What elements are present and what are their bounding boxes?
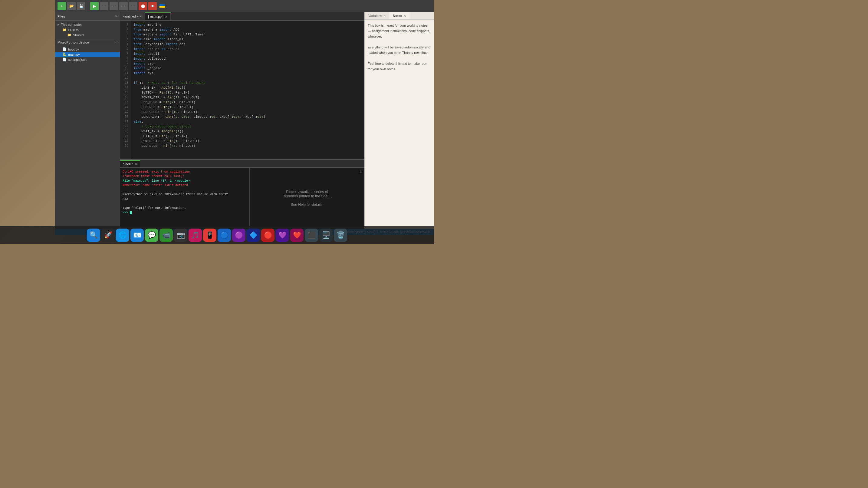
notes-tab-label: Notes (393, 14, 402, 18)
untitled-tab[interactable]: <untitled> ✕ (120, 12, 145, 20)
shell-plotter: ✕ Plotter visualizes series of numbers p… (249, 168, 364, 229)
stop-alt-button[interactable]: ⏹ (148, 2, 157, 10)
shell-line-2: Traceback (most recent call last): (123, 175, 184, 178)
dock-photos[interactable]: 📷 (174, 228, 187, 242)
settings-json-item[interactable]: 📄 settings.json (55, 57, 120, 62)
plotter-text-3: See Help for details. (290, 203, 323, 207)
dock-app9[interactable]: 🖥️ (319, 228, 333, 242)
shared-label: Shared (73, 33, 84, 37)
dock-app2[interactable]: 🔵 (218, 228, 231, 242)
shared-icon: 📁 (67, 33, 71, 37)
shell-line-6: P32 (123, 197, 128, 201)
dock-trash[interactable]: 🗑️ (334, 228, 347, 242)
dock-app1[interactable]: 📱 (203, 228, 216, 242)
dock-finder[interactable]: 🔍 (87, 228, 100, 242)
shell-line-1: Ctrl+C pressed, exit from application (123, 170, 190, 174)
notes-tab-close[interactable]: ✕ (403, 14, 406, 18)
plotter-text-2: numbers printed to the Shell. (284, 194, 330, 198)
this-computer-section: ▶ This computer 📁 / Users 📁 Shared (55, 21, 120, 39)
shell-prompt: >>> (123, 211, 130, 214)
dock-safari[interactable]: 🌐 (116, 228, 129, 242)
main-py-tab-close[interactable]: ✕ (165, 15, 167, 19)
dock-launchpad[interactable]: 🚀 (101, 228, 115, 242)
shell-tab-close[interactable]: ✕ (135, 162, 137, 165)
notes-content[interactable]: This box is meant for your working notes… (365, 20, 434, 229)
dock-facetime[interactable]: 📹 (159, 228, 173, 242)
main-py-tab-label: [ main.py ] (148, 15, 163, 19)
variables-tab-label: Variables (368, 14, 382, 18)
untitled-tab-close[interactable]: ✕ (139, 15, 142, 18)
plotter-close-button[interactable]: ✕ (360, 170, 363, 174)
shell-terminal[interactable]: Ctrl+C pressed, exit from application Tr… (120, 168, 249, 229)
dock-app4[interactable]: 🔷 (247, 228, 260, 242)
center-area: <untitled> ✕ [ main.py ] ✕ 1234567891011… (120, 12, 364, 229)
shell-content: Ctrl+C pressed, exit from application Tr… (120, 168, 364, 229)
shell-line-4: NameError: name 'exit' isn't defined (123, 184, 188, 187)
files-panel-header: Files ✕ (55, 12, 120, 21)
device-section-menu[interactable]: ☰ (115, 40, 117, 44)
dock-app7[interactable]: ❤️ (290, 228, 304, 242)
app-window: + 📂 💾 ▶ ☰ ☰ ☰ ☰ ⬤ ⏹ 🇺🇦 Files ✕ ▶ This co… (55, 0, 434, 235)
main-py-tab[interactable]: [ main.py ] ✕ (145, 12, 171, 20)
shared-item[interactable]: 📁 Shared (55, 32, 120, 37)
plotter-text-1: Plotter visualizes series of (286, 190, 328, 194)
files-panel-close[interactable]: ✕ (115, 14, 117, 18)
boot-py-item[interactable]: 📄 boot.py (55, 47, 120, 52)
step-over-button[interactable]: ☰ (110, 2, 118, 10)
boot-py-icon: 📄 (62, 47, 67, 51)
this-computer-arrow: ▶ (58, 23, 60, 26)
code-content[interactable]: import machine from machine import ADC f… (131, 21, 364, 159)
users-item[interactable]: 📁 / Users (55, 27, 120, 32)
users-icon: 📁 (62, 28, 67, 32)
shell-modified-indicator: * (132, 162, 133, 165)
shell-line-7: Type "help()" for more information. (123, 207, 186, 210)
notes-paragraph-1: This box is meant for your working notes… (368, 23, 431, 39)
main-py-label: main.py (68, 53, 80, 56)
main-content: Files ✕ ▶ This computer 📁 / Users 📁 Shar… (55, 12, 434, 229)
step-out-button[interactable]: ☰ (129, 2, 137, 10)
this-computer-label: This computer (61, 23, 82, 26)
device-files-section: 📄 boot.py 🐍 main.py 📄 settings.json (55, 45, 120, 63)
dock-messages[interactable]: 💬 (145, 228, 158, 242)
shell-tab-bar: Shell * ✕ (120, 160, 364, 168)
right-panel-tabs: Variables ✕ Notes ✕ (365, 12, 434, 20)
users-label: / Users (68, 28, 79, 32)
shell-line-5: MicroPython v1.19.1 on 2022-06-18; ESP32… (123, 193, 228, 196)
editor-tab-bar: <untitled> ✕ [ main.py ] ✕ (120, 12, 364, 21)
save-file-button[interactable]: 💾 (77, 2, 85, 10)
code-editor[interactable]: 1234567891011121314151617181920212223242… (120, 21, 364, 159)
files-panel: Files ✕ ▶ This computer 📁 / Users 📁 Shar… (55, 12, 120, 229)
notes-paragraph-3: Feel free to delete this text to make ro… (368, 61, 431, 72)
variables-tab-close[interactable]: ✕ (383, 14, 385, 18)
shell-line-3[interactable]: File "main.py", line 437, in <module> (123, 179, 190, 183)
settings-json-label: settings.json (68, 58, 87, 61)
run-button[interactable]: ▶ (90, 2, 99, 10)
dock: 🔍 🚀 🌐 📧 💬 📹 📷 🎵 📱 🔵 🟣 🔷 🔴 💜 ❤️ ⬛ 🖥️ 🗑️ (0, 226, 434, 244)
line-numbers: 1234567891011121314151617181920212223242… (120, 21, 131, 159)
stop-button[interactable]: ⬤ (138, 2, 147, 10)
settings-json-icon: 📄 (62, 58, 67, 61)
dock-app8[interactable]: ⬛ (305, 228, 318, 242)
device-section-header[interactable]: MicroPython device ☰ (55, 39, 120, 45)
open-file-button[interactable]: 📂 (67, 2, 76, 10)
step-into-button[interactable]: ☰ (119, 2, 128, 10)
variables-tab[interactable]: Variables ✕ (365, 12, 389, 19)
debug-button[interactable]: ☰ (100, 2, 108, 10)
dock-mail[interactable]: 📧 (130, 228, 144, 242)
main-py-item[interactable]: 🐍 main.py (55, 52, 120, 57)
dock-app3[interactable]: 🟣 (232, 228, 245, 242)
right-panel: Variables ✕ Notes ✕ This box is meant fo… (364, 12, 434, 229)
device-label: MicroPython device (58, 40, 89, 44)
shell-tab-label: Shell (123, 162, 130, 166)
dock-app5[interactable]: 🔴 (261, 228, 275, 242)
ukraine-flag-button[interactable]: 🇺🇦 (158, 2, 166, 10)
this-computer-header[interactable]: ▶ This computer (55, 22, 120, 27)
dock-itunes[interactable]: 🎵 (189, 228, 202, 242)
dock-app6[interactable]: 💜 (276, 228, 289, 242)
new-file-button[interactable]: + (58, 2, 66, 10)
boot-py-label: boot.py (68, 48, 79, 51)
shell-tab[interactable]: Shell * ✕ (120, 160, 140, 167)
files-panel-title: Files (58, 14, 65, 18)
notes-tab[interactable]: Notes ✕ (389, 12, 409, 19)
toolbar: + 📂 💾 ▶ ☰ ☰ ☰ ☰ ⬤ ⏹ 🇺🇦 (55, 0, 434, 12)
